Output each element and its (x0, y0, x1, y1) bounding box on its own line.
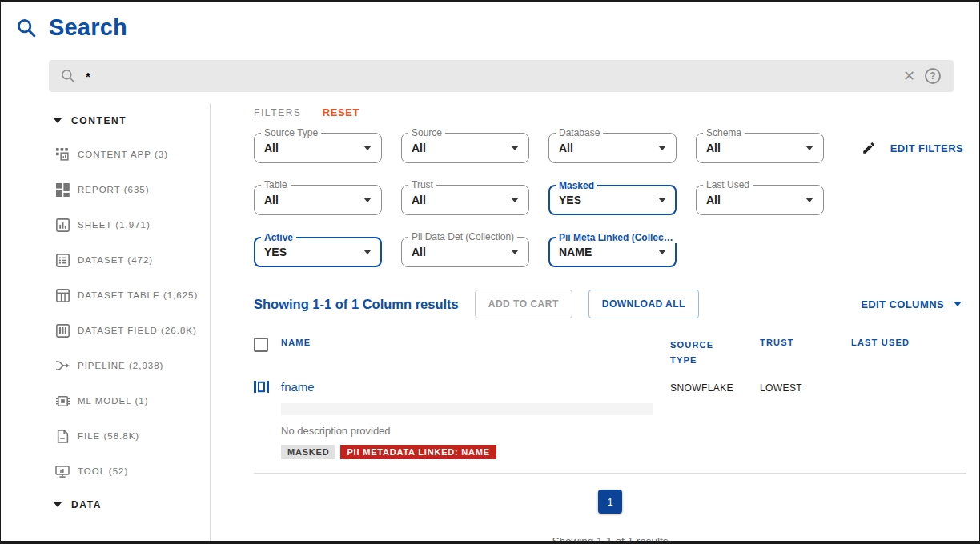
sidebar-item-report[interactable]: REPORT (635) (1, 172, 210, 207)
sidebar-item-dataset-field[interactable]: DATASET FIELD (26.8K) (1, 313, 210, 348)
chevron-down-icon (54, 118, 62, 123)
filters-heading: FILTERS (254, 107, 302, 118)
chevron-down-icon (511, 146, 519, 150)
filters-grid: Source Type All Source All Database All … (254, 133, 966, 267)
table-row: fname No description provided MASKED PII… (254, 380, 966, 459)
sidebar-section-data[interactable]: DATA (1, 489, 210, 521)
result-cell-name: fname No description provided MASKED PII… (281, 380, 670, 459)
column-header-name[interactable]: NAME (281, 338, 670, 347)
description-highlight-bar (281, 403, 653, 415)
results-divider (254, 473, 966, 474)
sidebar-item-sheet[interactable]: SHEET (1,971) (1, 207, 210, 242)
column-header-trust[interactable]: TRUST (760, 338, 851, 347)
clear-search-icon[interactable]: ✕ (903, 69, 915, 83)
chevron-down-icon (363, 146, 372, 150)
sidebar-item-file[interactable]: FILE (58.8K) (1, 418, 210, 454)
report-icon (55, 182, 70, 197)
chevron-down-icon (658, 198, 666, 202)
search-page: Search ✕ ? CONTENT CONTENT APP (3) (0, 0, 980, 544)
dataset-table-icon (55, 288, 70, 302)
chevron-down-icon (954, 302, 962, 306)
page-header: Search (15, 14, 979, 41)
sidebar-section-content[interactable]: CONTENT (1, 105, 210, 137)
chevron-down-icon (805, 146, 813, 150)
edit-columns-button[interactable]: EDIT COLUMNS (861, 298, 966, 310)
pencil-icon (862, 141, 876, 155)
tool-icon (55, 464, 70, 478)
search-bar[interactable]: ✕ ? (49, 60, 954, 92)
sidebar-item-dataset-table[interactable]: DATASET TABLE (1,625) (1, 278, 210, 313)
help-icon[interactable]: ? (925, 68, 941, 84)
chevron-down-icon (658, 250, 666, 254)
facet-sidebar: CONTENT CONTENT APP (3) REPORT (635) SHE… (1, 103, 211, 541)
results-summary: Showing 1-1 of 1 Column results (254, 297, 459, 312)
results-panel: FILTERS RESET Source Type All Source All… (211, 103, 979, 541)
search-input[interactable] (86, 70, 894, 83)
masked-badge: MASKED (281, 445, 335, 459)
chevron-down-icon (805, 198, 813, 202)
pagination: 1 Showing 1-1 of 1 results (254, 490, 966, 544)
filter-pii-data-det[interactable]: Pii Data Det (Collection) All (401, 237, 529, 267)
filter-database[interactable]: Database All (548, 133, 677, 163)
sheet-icon (55, 218, 70, 232)
column-header-source-type[interactable]: SOURCE TYPE (670, 338, 760, 367)
chevron-down-icon (658, 146, 666, 150)
search-icon (60, 68, 76, 84)
result-last-used (851, 380, 966, 459)
filter-pii-meta-linked[interactable]: Pii Meta Linked (Collec… NAME (548, 237, 677, 267)
chevron-down-icon (363, 198, 372, 202)
filter-active[interactable]: Active YES (254, 237, 382, 267)
pagination-summary: Showing 1-1 of 1 results (552, 535, 669, 544)
result-trust: LOWEST (760, 380, 851, 459)
result-description: No description provided (281, 425, 670, 437)
result-source-type: SNOWFLAKE (670, 380, 760, 459)
download-all-button[interactable]: DOWNLOAD ALL (588, 290, 699, 318)
results-toolbar: Showing 1-1 of 1 Column results ADD TO C… (254, 290, 966, 318)
dataset-field-icon (55, 323, 70, 338)
page-title: Search (49, 14, 127, 41)
dataset-icon (55, 253, 70, 267)
table-header-row: NAME SOURCE TYPE TRUST LAST USED (254, 338, 966, 367)
reset-filters-button[interactable]: RESET (323, 106, 359, 118)
page-1-button[interactable]: 1 (598, 490, 622, 514)
add-to-cart-button[interactable]: ADD TO CART (475, 290, 572, 318)
pipeline-icon (55, 358, 70, 373)
result-badges: MASKED PII METADATA LINKED: NAME (281, 445, 670, 459)
sidebar-item-dataset[interactable]: DATASET (472) (1, 242, 210, 278)
filter-source-type[interactable]: Source Type All (254, 133, 382, 163)
result-name-link[interactable]: fname (281, 380, 315, 394)
chevron-down-icon (511, 250, 519, 254)
select-all-checkbox[interactable] (254, 338, 268, 352)
ml-model-icon (55, 394, 70, 408)
chevron-down-icon (511, 198, 519, 202)
column-icon (254, 380, 281, 459)
filter-schema[interactable]: Schema All (696, 133, 824, 163)
filter-last-used[interactable]: Last Used All (696, 185, 824, 215)
edit-filters-button[interactable]: EDIT FILTERS (843, 133, 966, 163)
file-icon (55, 429, 70, 443)
filters-header: FILTERS RESET (254, 106, 966, 118)
pii-metadata-linked-badge: PII METADATA LINKED: NAME (340, 445, 496, 459)
content-app-icon (55, 147, 70, 162)
filter-trust[interactable]: Trust All (401, 185, 529, 215)
sidebar-item-content-app[interactable]: CONTENT APP (3) (1, 137, 210, 172)
chevron-down-icon (363, 250, 372, 254)
filter-masked[interactable]: Masked YES (548, 185, 677, 215)
filter-source[interactable]: Source All (401, 133, 529, 163)
main-area: CONTENT CONTENT APP (3) REPORT (635) SHE… (1, 103, 979, 541)
chevron-down-icon (54, 502, 62, 507)
sidebar-item-ml-model[interactable]: ML MODEL (1) (1, 383, 210, 418)
search-icon (15, 17, 38, 39)
sidebar-item-pipeline[interactable]: PIPELINE (2,938) (1, 348, 210, 383)
sidebar-item-tool[interactable]: TOOL (52) (1, 454, 210, 489)
filter-table[interactable]: Table All (254, 185, 382, 215)
column-header-last-used[interactable]: LAST USED (851, 338, 966, 347)
